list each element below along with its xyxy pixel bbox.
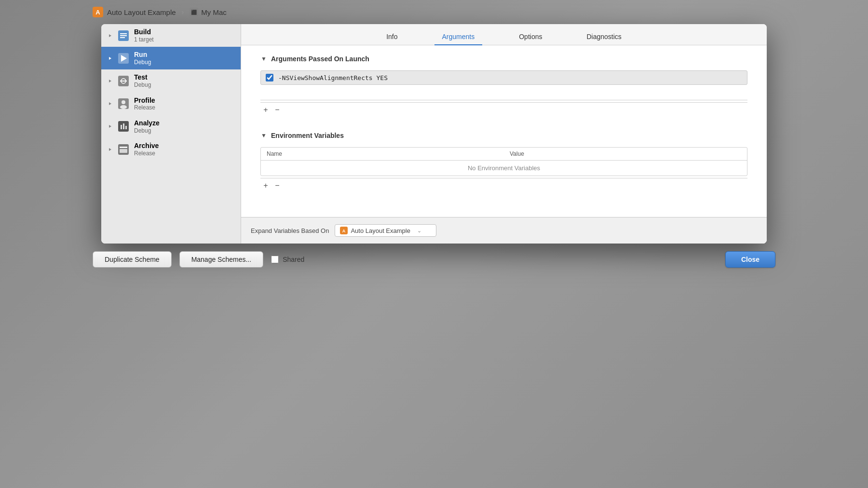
archive-sublabel: Release: [134, 150, 159, 157]
argument-row: -NSViewShowAlignmentRects YES: [260, 70, 747, 85]
sidebar-item-archive[interactable]: Archive Release: [101, 138, 241, 161]
dialog-footer: Duplicate Scheme Manage Schemes... Share…: [83, 244, 785, 275]
sidebar-item-analyze[interactable]: Analyze Debug: [101, 115, 241, 138]
expand-vars-app-icon: A: [340, 227, 348, 234]
env-table-wrapper: Name Value No Environment Variables: [260, 147, 747, 176]
svg-rect-8: [120, 37, 125, 38]
build-text: Build 1 target: [134, 28, 154, 43]
arguments-remove-button[interactable]: −: [272, 105, 283, 115]
archive-expander[interactable]: [107, 147, 113, 152]
env-col-name: Name: [261, 148, 504, 161]
expand-vars-row: Expand Variables Based On A Auto Layout …: [251, 224, 436, 237]
tab-info[interactable]: Info: [379, 29, 405, 45]
archive-icon: [118, 144, 129, 155]
tab-options[interactable]: Options: [511, 29, 550, 45]
tab-bar: Info Arguments Options Diagnostics: [241, 24, 767, 45]
build-sublabel: 1 target: [134, 36, 154, 43]
svg-rect-6: [120, 35, 127, 36]
profile-sublabel: Release: [134, 104, 155, 111]
shared-row: Shared: [271, 256, 304, 263]
test-expander[interactable]: [107, 78, 113, 84]
svg-marker-20: [109, 125, 111, 128]
svg-rect-27: [120, 147, 127, 148]
arguments-add-button[interactable]: +: [260, 105, 271, 115]
env-header: ▼ Environment Variables: [260, 132, 747, 139]
argument-empty-row: [260, 86, 747, 100]
arguments-header: ▼ Arguments Passed On Launch: [260, 55, 747, 63]
svg-point-19: [120, 105, 127, 109]
mac-label-row: ⬛ My Mac: [190, 8, 227, 16]
arguments-controls: + −: [260, 102, 747, 117]
expand-vars-label: Expand Variables Based On: [251, 227, 329, 234]
svg-rect-22: [121, 125, 122, 129]
svg-rect-23: [123, 123, 124, 129]
svg-rect-28: [120, 149, 127, 153]
analyze-icon: [118, 121, 129, 132]
svg-marker-25: [109, 148, 111, 151]
svg-marker-16: [109, 102, 111, 105]
env-col-value: Value: [504, 148, 747, 161]
argument-value: -NSViewShowAlignmentRects YES: [278, 74, 388, 81]
archive-text: Archive Release: [134, 142, 159, 157]
env-table: Name Value No Environment Variables: [261, 148, 747, 176]
svg-text:A: A: [95, 9, 100, 16]
sidebar-item-test[interactable]: Test Debug: [101, 69, 241, 92]
expand-vars-select[interactable]: A Auto Layout Example ⌄: [335, 224, 436, 237]
env-toggle[interactable]: ▼: [260, 132, 267, 139]
build-expander[interactable]: [107, 33, 113, 39]
mac-title: My Mac: [201, 8, 227, 16]
analyze-expander[interactable]: [107, 123, 113, 129]
sidebar-item-profile[interactable]: Profile Release: [101, 93, 241, 115]
svg-rect-24: [125, 126, 127, 129]
build-icon: [118, 30, 129, 41]
sidebar-item-build[interactable]: Build 1 target: [101, 24, 241, 47]
xcode-icon: A: [93, 7, 103, 17]
env-empty-message: No Environment Variables: [261, 161, 747, 176]
env-remove-button[interactable]: −: [272, 180, 283, 191]
argument-checkbox[interactable]: [266, 74, 273, 81]
svg-marker-4: [109, 34, 111, 37]
shared-checkbox[interactable]: [271, 256, 279, 263]
arguments-toggle[interactable]: ▼: [260, 55, 267, 62]
close-button[interactable]: Close: [725, 251, 775, 268]
test-text: Test Debug: [134, 73, 151, 88]
tab-arguments[interactable]: Arguments: [434, 29, 483, 45]
env-empty-row: No Environment Variables: [261, 161, 747, 176]
svg-rect-7: [120, 33, 127, 34]
sidebar: Build 1 target: [101, 24, 241, 244]
content-area: ▼ Arguments Passed On Launch -NSViewShow…: [241, 45, 767, 217]
run-label: Run: [134, 51, 151, 59]
profile-expander[interactable]: [107, 101, 113, 107]
svg-text:A: A: [342, 229, 346, 233]
test-label: Test: [134, 73, 151, 81]
svg-marker-12: [109, 80, 111, 82]
profile-text: Profile Release: [134, 96, 155, 111]
title-separator: ›: [182, 8, 184, 16]
env-title: Environment Variables: [271, 132, 344, 139]
test-sublabel: Debug: [134, 81, 151, 88]
expand-vars-chevron: ⌄: [417, 228, 421, 234]
analyze-sublabel: Debug: [134, 127, 160, 134]
analyze-label: Analyze: [134, 119, 160, 127]
manage-schemes-button[interactable]: Manage Schemes...: [179, 251, 264, 268]
bottom-bar: Expand Variables Based On A Auto Layout …: [241, 217, 767, 244]
build-label: Build: [134, 28, 154, 36]
run-sublabel: Debug: [134, 59, 151, 66]
svg-text:⬛: ⬛: [191, 9, 197, 15]
env-controls: + −: [260, 178, 747, 193]
duplicate-scheme-button[interactable]: Duplicate Scheme: [93, 251, 172, 268]
sidebar-item-run[interactable]: Run Debug: [101, 47, 241, 69]
profile-label: Profile: [134, 96, 155, 105]
mac-icon: ⬛: [190, 8, 198, 16]
arguments-section: ▼ Arguments Passed On Launch -NSViewShow…: [260, 55, 747, 117]
svg-point-18: [122, 100, 125, 104]
archive-label: Archive: [134, 142, 159, 150]
svg-marker-9: [109, 57, 111, 60]
test-icon: [118, 75, 129, 87]
run-expander[interactable]: [107, 55, 113, 61]
env-add-button[interactable]: +: [260, 180, 271, 191]
analyze-text: Analyze Debug: [134, 119, 160, 134]
profile-icon: [118, 98, 129, 109]
main-panel: Info Arguments Options Diagnostics ▼ Arg…: [241, 24, 767, 244]
tab-diagnostics[interactable]: Diagnostics: [579, 29, 629, 45]
